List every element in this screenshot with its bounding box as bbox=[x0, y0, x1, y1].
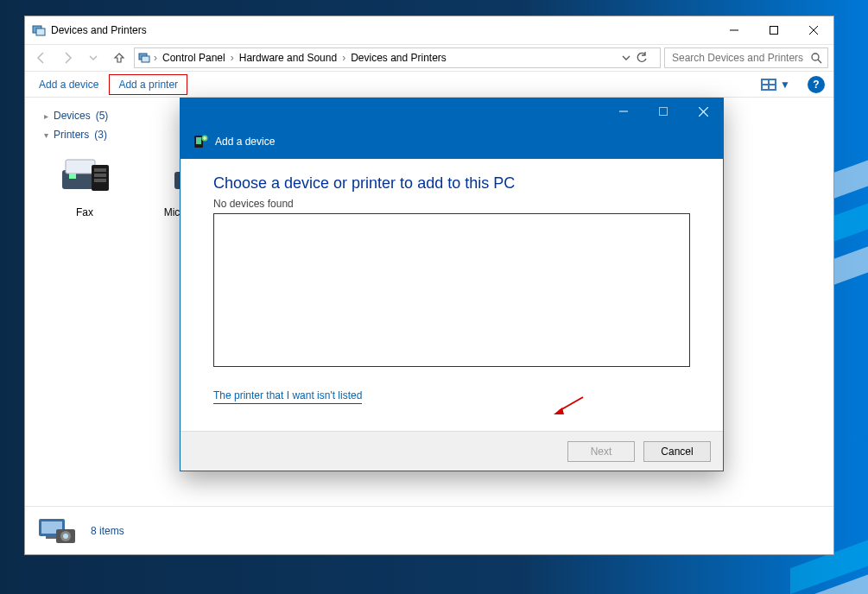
help-button[interactable]: ? bbox=[808, 76, 825, 93]
up-button[interactable] bbox=[108, 47, 130, 69]
address-bar: › Control Panel › Hardware and Sound › D… bbox=[25, 44, 833, 72]
breadcrumb-dropdown[interactable] bbox=[618, 54, 634, 62]
chevron-right-icon: › bbox=[231, 52, 234, 64]
svg-rect-1 bbox=[36, 28, 45, 35]
close-button[interactable] bbox=[794, 16, 833, 44]
fax-icon bbox=[57, 153, 112, 201]
breadcrumb-root-icon bbox=[138, 52, 152, 64]
search-input[interactable] bbox=[670, 51, 810, 65]
breadcrumb-control-panel[interactable]: Control Panel bbox=[159, 52, 229, 64]
add-device-dialog: Add a device Choose a device or printer … bbox=[180, 98, 724, 471]
svg-rect-16 bbox=[66, 160, 95, 174]
add-printer-command[interactable]: Add a printer bbox=[109, 74, 187, 95]
printer-item-fax[interactable]: Fax bbox=[46, 153, 124, 231]
printer-item-label: Fax bbox=[46, 206, 124, 218]
svg-rect-37 bbox=[196, 137, 201, 144]
dialog-maximize-button[interactable] bbox=[643, 98, 683, 124]
breadcrumb-devices-printers[interactable]: Devices and Printers bbox=[347, 52, 450, 64]
dialog-titlebar bbox=[181, 98, 723, 124]
dialog-subtext: No devices found bbox=[213, 198, 690, 210]
chevron-right-icon: ▸ bbox=[44, 111, 48, 121]
dialog-header: Add a device bbox=[181, 124, 723, 159]
dialog-minimize-button[interactable] bbox=[604, 98, 643, 124]
breadcrumb[interactable]: › Control Panel › Hardware and Sound › D… bbox=[134, 47, 661, 68]
back-button[interactable] bbox=[30, 47, 53, 69]
forward-button[interactable] bbox=[56, 47, 79, 69]
window-titlebar: Devices and Printers bbox=[25, 16, 833, 44]
printers-group-label: Printers bbox=[54, 129, 89, 141]
svg-rect-13 bbox=[763, 85, 768, 89]
svg-line-9 bbox=[818, 60, 821, 63]
next-button[interactable]: Next bbox=[567, 441, 635, 462]
svg-rect-33 bbox=[660, 108, 668, 116]
svg-rect-14 bbox=[770, 85, 775, 89]
minimize-button[interactable] bbox=[714, 16, 754, 44]
status-item-count: 8 items bbox=[91, 525, 124, 537]
chevron-right-icon: › bbox=[342, 52, 345, 64]
dialog-footer: Next Cancel bbox=[181, 431, 723, 471]
dialog-heading: Choose a device or printer to add to thi… bbox=[213, 174, 690, 193]
svg-rect-21 bbox=[94, 179, 106, 182]
chevron-down-icon: ▾ bbox=[44, 130, 48, 140]
svg-rect-3 bbox=[770, 27, 778, 35]
dialog-body: Choose a device or printer to add to thi… bbox=[181, 159, 723, 410]
window-title: Devices and Printers bbox=[51, 24, 147, 36]
svg-point-8 bbox=[812, 54, 819, 60]
dialog-header-title: Add a device bbox=[215, 136, 275, 148]
add-device-command[interactable]: Add a device bbox=[30, 75, 107, 94]
printer-not-listed-link[interactable]: The printer that I want isn't listed bbox=[213, 389, 362, 404]
refresh-button[interactable] bbox=[636, 52, 656, 64]
svg-rect-19 bbox=[94, 168, 106, 172]
devices-group-count: (5) bbox=[96, 110, 109, 122]
printers-group-count: (3) bbox=[94, 129, 107, 141]
window-icon bbox=[32, 23, 46, 37]
add-device-icon bbox=[193, 134, 208, 149]
svg-rect-28 bbox=[46, 536, 58, 539]
status-devices-icon bbox=[37, 514, 79, 548]
search-box[interactable] bbox=[664, 47, 828, 68]
recent-locations-button[interactable] bbox=[82, 47, 105, 69]
breadcrumb-hardware-sound[interactable]: Hardware and Sound bbox=[236, 52, 340, 64]
desktop-background-rays bbox=[833, 0, 868, 594]
cancel-button[interactable]: Cancel bbox=[643, 441, 711, 462]
chevron-right-icon: › bbox=[154, 52, 157, 64]
maximize-button[interactable] bbox=[754, 16, 794, 44]
svg-rect-12 bbox=[770, 80, 775, 84]
view-icon bbox=[761, 79, 776, 91]
device-list[interactable] bbox=[213, 213, 690, 367]
svg-rect-11 bbox=[763, 80, 768, 84]
svg-rect-7 bbox=[142, 56, 149, 62]
dialog-close-button[interactable] bbox=[683, 98, 723, 124]
search-icon bbox=[810, 52, 822, 64]
svg-rect-17 bbox=[69, 174, 76, 179]
svg-point-31 bbox=[63, 534, 68, 539]
chevron-down-icon: ▼ bbox=[780, 79, 790, 91]
devices-group-label: Devices bbox=[54, 110, 91, 122]
svg-rect-20 bbox=[94, 174, 106, 177]
view-options[interactable]: ▼ bbox=[754, 79, 797, 91]
command-bar: Add a device Add a printer ▼ ? bbox=[25, 72, 833, 98]
status-bar: 8 items bbox=[25, 506, 833, 554]
